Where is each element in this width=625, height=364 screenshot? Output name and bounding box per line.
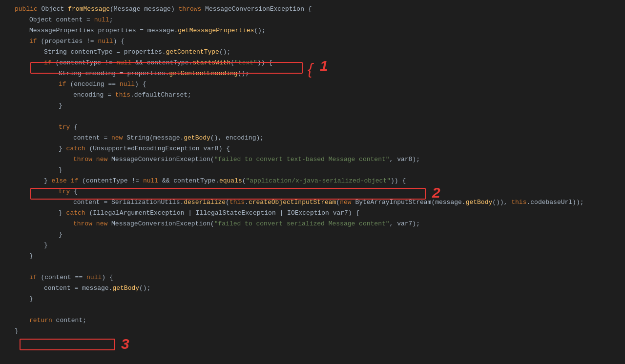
token: String [59, 68, 82, 79]
token: (); [254, 25, 265, 36]
token: getMessageProperties [178, 25, 254, 36]
token: encoding = [73, 90, 115, 101]
code-line: throw new MessageConversionException("fa… [0, 154, 625, 165]
code-line: } [0, 326, 625, 337]
token: return [29, 315, 52, 326]
token: null [120, 79, 135, 90]
code-line: if (contentType != null && contentType.s… [0, 58, 625, 68]
token: throw [73, 219, 92, 229]
token [67, 176, 71, 186]
token: "text" [234, 58, 257, 68]
code-line: } catch (UnsupportedEncodingException va… [0, 143, 625, 154]
token: ) { [113, 36, 125, 47]
token: if [29, 272, 37, 283]
token: null [143, 176, 158, 186]
token: . [245, 197, 249, 208]
code-line: } [0, 229, 625, 240]
code-line: encoding = this.defaultCharset; [0, 90, 625, 101]
token: try [59, 122, 70, 133]
token: } [29, 294, 33, 304]
token: content = SerializationUtils. [73, 197, 184, 208]
token: (); [238, 68, 249, 79]
token: getContentEncoding [169, 68, 237, 79]
token: (contentType != [52, 58, 117, 68]
token: (UnsupportedEncodingException var8) { [85, 143, 230, 154]
token: try [59, 186, 70, 197]
token: , var8); [390, 154, 420, 165]
token: properties = message. [94, 25, 178, 36]
token: if [71, 176, 79, 186]
token: createObjectInputStream [249, 197, 336, 208]
code-line: } else if (contentType != null && conten… [0, 176, 625, 186]
token: (Message message) [110, 4, 178, 15]
token: content = message. [44, 283, 112, 294]
token: MessageConversionException( [107, 219, 214, 229]
token: null [116, 58, 131, 68]
code-line [0, 111, 625, 122]
token: ()), [492, 197, 511, 208]
code-line: } catch (IllegalArgumentException | Ille… [0, 208, 625, 219]
token: startsWith [192, 58, 230, 68]
token: )) { [391, 176, 406, 186]
code-line: if (properties != null) { [0, 36, 625, 47]
token: getBody [112, 283, 139, 294]
code-line: } [0, 165, 625, 176]
token: getBody [184, 133, 210, 143]
token: (); [139, 283, 150, 294]
token: { [70, 186, 78, 197]
code-content: public Object fromMessage(Message messag… [0, 4, 625, 337]
token: catch [66, 143, 85, 154]
token: new [96, 154, 107, 165]
token: if [59, 79, 66, 90]
token: } [29, 251, 33, 262]
token: { [70, 122, 78, 133]
token: MessageConversionException { [201, 4, 312, 15]
code-line: return content; [0, 315, 625, 326]
token: "failed to convert serialized Message co… [214, 219, 390, 229]
token [92, 219, 96, 229]
token: content; [52, 315, 86, 326]
token: if [44, 58, 52, 68]
code-line: public Object fromMessage(Message messag… [0, 4, 625, 15]
code-line: if (content == null) { [0, 272, 625, 283]
token: } [15, 326, 19, 337]
token: Object [29, 15, 52, 25]
code-line: MessageProperties properties = message.g… [0, 25, 625, 36]
token: (IllegalArgumentException | IllegalState… [85, 208, 360, 219]
token: ( [336, 197, 340, 208]
code-line: content = message.getBody(); [0, 283, 625, 294]
code-line: Object content = null; [0, 15, 625, 25]
code-line: } [0, 240, 625, 251]
token: null [86, 272, 102, 283]
token: content = [73, 133, 111, 143]
token: ( [230, 58, 234, 68]
token: ; [188, 90, 191, 101]
code-line [0, 304, 625, 315]
token: MessageConversionException( [107, 154, 214, 165]
token: ( [226, 197, 229, 208]
token: (contentType != [78, 176, 143, 186]
code-line: content = SerializationUtils.deserialize… [0, 197, 625, 208]
token: throws [179, 4, 202, 15]
token: new [340, 197, 351, 208]
code-line: throw new MessageConversionException("fa… [0, 219, 625, 229]
token: catch [66, 208, 85, 219]
token: null [98, 36, 113, 47]
token: public [15, 4, 38, 15]
token: new [96, 219, 107, 229]
token: )) { [257, 58, 272, 68]
token: equals [219, 176, 242, 186]
token: ) { [135, 79, 146, 90]
token: codebaseUrl [530, 197, 572, 208]
token: ( [242, 176, 246, 186]
token: . [130, 90, 134, 101]
token: getContentType [166, 47, 219, 58]
token: (content == [37, 272, 86, 283]
token: content = [52, 15, 94, 25]
token: ByteArrayInputStream(message. [352, 197, 466, 208]
token: (properties != [37, 36, 98, 47]
token: } [59, 101, 62, 111]
token: && contentType. [158, 176, 219, 186]
token: contentType = properties. [67, 47, 166, 58]
token: this [115, 90, 130, 101]
